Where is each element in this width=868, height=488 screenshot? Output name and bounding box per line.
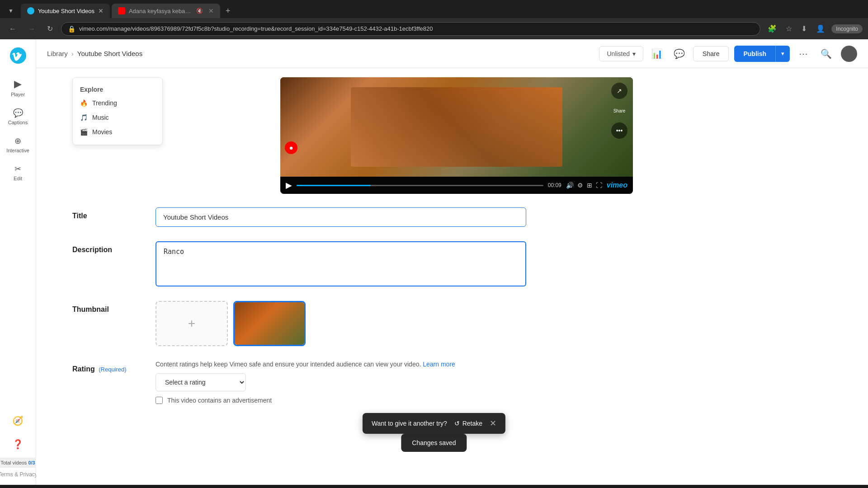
tab-vimeo[interactable]: Youtube Short Videos ✕ xyxy=(21,4,110,18)
description-label: Description xyxy=(72,241,145,254)
more-overlay-button[interactable]: ••• xyxy=(611,122,627,139)
bookmark-button[interactable]: ☆ xyxy=(783,23,795,35)
back-button[interactable]: ← xyxy=(5,22,20,36)
breadcrumb: Library › Youtube Short Videos xyxy=(47,50,599,57)
learn-more-link[interactable]: Learn more xyxy=(423,361,455,368)
comments-button[interactable]: 💬 xyxy=(671,46,688,62)
video-controls: ▶ 00:09 🔊 ⚙ ⊞ ⛶ vimeo xyxy=(280,177,633,194)
sidebar-item-player[interactable]: ▶ Player xyxy=(2,74,34,102)
sidebar-captions-label: Captions xyxy=(8,120,28,125)
address-bar[interactable]: 🔒 vimeo.com/manage/videos/896376989/72fd… xyxy=(61,22,760,36)
share-overlay-button[interactable]: ↗ xyxy=(611,83,627,99)
record-badge: ⏺ xyxy=(285,141,297,154)
edit-icon: ✂ xyxy=(14,164,21,174)
retake-icon: ↺ xyxy=(454,420,460,427)
breadcrumb-current: Youtube Short Videos xyxy=(77,50,142,57)
changes-saved-toast: Changes saved xyxy=(401,434,467,452)
notification-message: Want to give it another try? xyxy=(372,420,447,427)
explore-title: Explore xyxy=(73,83,162,96)
incognito-badge: Incognito xyxy=(831,24,863,33)
thumbnail-row: Thumbnail + xyxy=(72,301,633,346)
breadcrumb-separator: › xyxy=(71,50,74,57)
rating-content: Content ratings help keep Vimeo safe and… xyxy=(156,361,455,404)
form-section: Title Description Ranco Thumbnail + xyxy=(72,207,633,404)
title-input[interactable] xyxy=(156,207,526,227)
settings-button[interactable]: ⚙ xyxy=(577,182,583,189)
thumbnail-image xyxy=(235,302,304,345)
video-count: 0/3 xyxy=(28,460,35,465)
vimeo-watermark: vimeo xyxy=(607,181,627,189)
unlisted-label: Unlisted xyxy=(607,50,630,57)
share-overlay-label: Share xyxy=(611,103,627,119)
control-icons: 🔊 ⚙ ⊞ ⛶ xyxy=(566,182,602,189)
tab-youtube[interactable]: Adana keyfasya kebap'dan 🔇 ✕ xyxy=(112,4,220,18)
breadcrumb-library[interactable]: Library xyxy=(47,50,68,57)
video-player: ↗ Share ••• ⏺ ▶ xyxy=(280,77,633,194)
explore-movies[interactable]: 🎬 Movies xyxy=(73,125,162,139)
rating-description: Content ratings help keep Vimeo safe and… xyxy=(156,361,455,368)
music-icon: 🎵 xyxy=(80,114,88,121)
topbar-actions: Unlisted ▾ 📊 💬 Share Publish ▾ ⋯ 🔍 xyxy=(599,46,857,62)
trending-label: Trending xyxy=(92,99,117,107)
movies-label: Movies xyxy=(92,128,112,136)
unlisted-button[interactable]: Unlisted ▾ xyxy=(599,46,643,61)
publish-dropdown-arrow[interactable]: ▾ xyxy=(775,46,790,62)
title-label: Title xyxy=(72,207,145,220)
reload-button[interactable]: ↻ xyxy=(43,22,57,36)
sidebar-player-label: Player xyxy=(11,92,25,97)
sidebar-item-compass[interactable]: 🧭 xyxy=(2,411,34,431)
share-button[interactable]: Share xyxy=(693,46,729,61)
description-input[interactable]: Ranco xyxy=(156,241,526,286)
progress-bar[interactable] xyxy=(297,185,543,186)
trending-icon: 🔥 xyxy=(80,99,88,107)
retake-button[interactable]: ↺ Retake xyxy=(454,420,482,427)
explore-music[interactable]: 🎵 Music xyxy=(73,110,162,125)
profile-button[interactable]: 👤 xyxy=(813,23,828,35)
notification-close-button[interactable]: ✕ xyxy=(490,418,496,428)
explore-trending[interactable]: 🔥 Trending xyxy=(73,96,162,110)
total-videos-badge: Total videos 0/3 xyxy=(0,458,40,468)
add-thumbnail-icon: + xyxy=(188,316,195,331)
youtube-favicon xyxy=(118,7,125,14)
sidebar-item-captions[interactable]: 💬 Captions xyxy=(2,103,34,130)
extensions-button[interactable]: 🧩 xyxy=(765,23,779,35)
user-avatar[interactable] xyxy=(841,46,857,62)
captions-icon: 💬 xyxy=(13,108,23,118)
pip-button[interactable]: ⊞ xyxy=(587,182,592,189)
rating-select-wrapper: Select a rating xyxy=(156,373,455,391)
advertisement-checkbox[interactable] xyxy=(156,397,163,404)
sidebar-item-edit[interactable]: ✂ Edit xyxy=(2,160,34,186)
publish-button[interactable]: Publish xyxy=(734,46,775,62)
selected-thumbnail[interactable] xyxy=(233,301,306,346)
explore-menu: Explore 🔥 Trending 🎵 Music 🎬 Movies xyxy=(72,77,163,145)
sidebar-interactive-label: Interactive xyxy=(6,148,29,153)
video-thumbnail: ↗ Share ••• ⏺ xyxy=(280,77,633,177)
search-button[interactable]: 🔍 xyxy=(817,47,835,61)
tab-youtube-close[interactable]: ✕ xyxy=(208,7,214,14)
new-tab-button[interactable]: + xyxy=(222,5,234,18)
add-thumbnail-button[interactable]: + xyxy=(156,301,228,346)
analytics-button[interactable]: 📊 xyxy=(649,46,665,62)
progress-fill xyxy=(297,185,371,186)
fullscreen-button[interactable]: ⛶ xyxy=(596,182,602,189)
tab-youtube-title: Adana keyfasya kebap'dan xyxy=(129,8,193,14)
compass-icon: 🧭 xyxy=(12,415,24,426)
download-button[interactable]: ⬇ xyxy=(798,23,810,35)
more-options-button[interactable]: ⋯ xyxy=(795,47,811,61)
vimeo-logo[interactable] xyxy=(9,47,27,65)
address-text: vimeo.com/manage/videos/896376989/72fd7f… xyxy=(79,25,754,32)
sidebar-item-help[interactable]: ❓ xyxy=(2,434,34,454)
topbar: Library › Youtube Short Videos Unlisted … xyxy=(36,39,868,68)
tab-vimeo-close[interactable]: ✕ xyxy=(98,7,104,14)
video-thumb-image xyxy=(280,77,633,177)
sidebar-item-interactive[interactable]: ⊕ Interactive xyxy=(2,131,34,158)
player-icon: ▶ xyxy=(14,78,22,90)
sidebar-edit-label: Edit xyxy=(14,176,22,181)
play-button[interactable]: ▶ xyxy=(286,180,292,190)
rating-select[interactable]: Select a rating xyxy=(156,373,246,391)
terms-privacy-link[interactable]: Terms & Privacy xyxy=(0,471,38,478)
forward-button[interactable]: → xyxy=(24,22,39,36)
tab-dropdown-button[interactable]: ▼ xyxy=(5,6,17,16)
volume-button[interactable]: 🔊 xyxy=(566,182,574,189)
lock-icon: 🔒 xyxy=(68,25,75,33)
